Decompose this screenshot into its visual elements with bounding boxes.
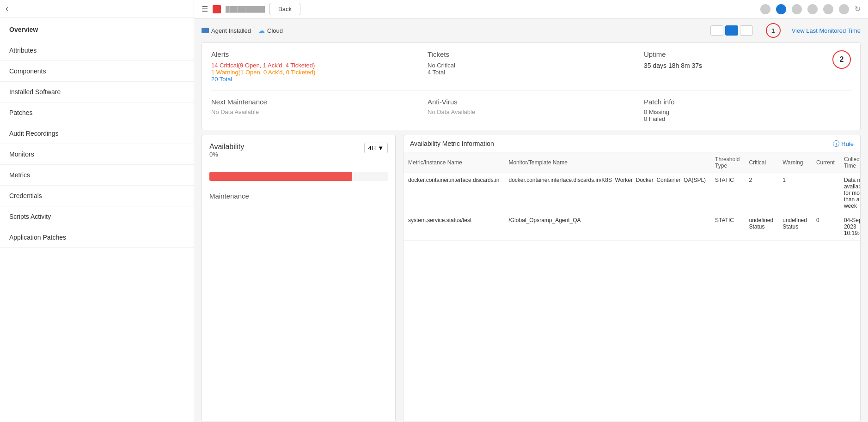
content-area: Agent Installed ☁ Cloud 1 View Last Moni… bbox=[194, 18, 868, 422]
sidebar-item-scripts-activity[interactable]: Scripts Activity bbox=[0, 206, 194, 227]
sidebar-item-credentials[interactable]: Credentials bbox=[0, 186, 194, 206]
topbar: ☰ ██████████ Back ↻ bbox=[194, 0, 868, 18]
availability-percent: 0% bbox=[209, 151, 244, 158]
col-header-warning: Warning bbox=[778, 152, 812, 173]
back-button[interactable]: Back bbox=[269, 3, 300, 15]
alerts-critical: 14 Critical(9 Open, 1 Ack'd, 4 Ticketed) bbox=[211, 62, 418, 69]
sidebar-item-metrics[interactable]: Metrics bbox=[0, 165, 194, 186]
tickets-card: Tickets No Critical 4 Total bbox=[428, 50, 635, 83]
cell-metric-name: docker.container.interface.discards.in bbox=[403, 173, 504, 213]
maintenance-title: Next Maintenance bbox=[211, 98, 418, 106]
action-btn-1[interactable] bbox=[710, 25, 723, 36]
badge-1: 1 bbox=[766, 23, 781, 38]
cloud-tab[interactable]: ☁ Cloud bbox=[258, 27, 283, 34]
col-header-critical: Critical bbox=[744, 152, 778, 173]
topbar-right: ↻ bbox=[760, 4, 861, 14]
antivirus-title: Anti-Virus bbox=[428, 98, 635, 106]
tickets-no-critical: No Critical bbox=[428, 62, 635, 69]
maintenance-card: Next Maintenance No Data Available bbox=[211, 98, 418, 122]
rule-link[interactable]: i Rule bbox=[833, 140, 854, 147]
cell-collected-time: 04-Sep-2023 10:19:45 bbox=[839, 213, 861, 241]
cloud-icon: ☁ bbox=[258, 27, 265, 34]
summary-section: Alerts 14 Critical(9 Open, 1 Ack'd, 4 Ti… bbox=[202, 42, 861, 130]
view-last-monitored-link[interactable]: View Last Monitored Time bbox=[792, 27, 861, 34]
patch-info-card: Patch info 0 Missing 0 Failed bbox=[644, 98, 851, 122]
table-row: docker.container.interface.discards.in d… bbox=[403, 173, 861, 213]
availability-title-group: Availability 0% bbox=[209, 143, 244, 158]
sidebar-item-overview[interactable]: Overview bbox=[0, 19, 194, 40]
user-icon-6 bbox=[839, 4, 849, 14]
metric-panel: Availability Metric Information i Rule M… bbox=[403, 135, 861, 422]
cell-current: 0 bbox=[812, 213, 839, 241]
time-period-select[interactable]: 4H ▼ bbox=[364, 143, 388, 153]
sidebar-back-button[interactable]: ‹ bbox=[6, 4, 8, 13]
availability-header: Availability 0% 4H ▼ bbox=[209, 143, 388, 158]
alerts-card: Alerts 14 Critical(9 Open, 1 Ack'd, 4 Ti… bbox=[211, 50, 418, 83]
alerts-total: 20 Total bbox=[211, 76, 418, 83]
uptime-card: 2 Uptime 35 days 18h 8m 37s bbox=[644, 50, 851, 83]
maintenance-section: Maintenance bbox=[209, 192, 388, 200]
status-indicator bbox=[213, 5, 221, 13]
sidebar-item-patches[interactable]: Patches bbox=[0, 102, 194, 123]
main-area: ☰ ██████████ Back ↻ Agent Installed ☁ Cl… bbox=[194, 0, 868, 422]
alerts-warning: 1 Warning(1 Open, 0 Ack'd, 0 Ticketed) bbox=[211, 69, 418, 76]
patch-failed: 0 Failed bbox=[644, 115, 851, 122]
refresh-icon[interactable]: ↻ bbox=[855, 5, 861, 13]
cell-collected-time: Data not available for more than a week bbox=[839, 173, 861, 213]
summary-row2: Next Maintenance No Data Available Anti-… bbox=[211, 90, 851, 122]
sidebar-item-installed-software[interactable]: Installed Software bbox=[0, 82, 194, 102]
col-header-metric: Metric/Instance Name bbox=[403, 152, 504, 173]
patch-info-title: Patch info bbox=[644, 98, 851, 106]
chevron-down-icon: ▼ bbox=[378, 145, 384, 151]
user-icon-3 bbox=[792, 4, 802, 14]
cell-metric-name: system.service.status/test bbox=[403, 213, 504, 241]
bottom-split: Availability 0% 4H ▼ Maintenance bbox=[202, 135, 861, 422]
tickets-title: Tickets bbox=[428, 50, 635, 58]
agent-tabs: Agent Installed ☁ Cloud 1 View Last Moni… bbox=[194, 18, 868, 42]
topbar-title: ██████████ bbox=[226, 6, 265, 12]
cell-monitor-name: /Global_Opsramp_Agent_QA bbox=[504, 213, 710, 241]
cell-warning: 1 bbox=[778, 173, 812, 213]
sidebar-back-area: ‹ bbox=[0, 0, 194, 18]
sidebar-item-monitors[interactable]: Monitors bbox=[0, 144, 194, 165]
tickets-total: 4 Total bbox=[428, 69, 635, 76]
sidebar-nav: Overview Attributes Components Installed… bbox=[0, 18, 194, 422]
table-row: system.service.status/test /Global_Opsra… bbox=[403, 213, 861, 241]
user-icon-2 bbox=[776, 4, 786, 14]
agent-installed-tab[interactable]: Agent Installed bbox=[202, 27, 251, 34]
col-header-threshold: Threshold Type bbox=[710, 152, 744, 173]
agent-icon bbox=[202, 28, 209, 33]
badge-2: 2 bbox=[832, 50, 851, 69]
topbar-left: ☰ ██████████ Back bbox=[202, 3, 300, 15]
maintenance-section-title: Maintenance bbox=[209, 192, 388, 200]
sidebar-item-components[interactable]: Components bbox=[0, 61, 194, 82]
info-icon: i bbox=[833, 140, 839, 147]
antivirus-card: Anti-Virus No Data Available bbox=[428, 98, 635, 122]
hamburger-icon[interactable]: ☰ bbox=[202, 5, 208, 13]
cell-monitor-name: docker.container.interface.discards.in/K… bbox=[504, 173, 710, 213]
availability-bar-container bbox=[209, 172, 388, 181]
metric-table: Metric/Instance Name Monitor/Template Na… bbox=[403, 152, 861, 241]
col-header-monitor: Monitor/Template Name bbox=[504, 152, 710, 173]
uptime-title: Uptime bbox=[644, 50, 851, 58]
availability-title: Availability bbox=[209, 143, 244, 151]
availability-bar bbox=[209, 172, 352, 181]
action-btn-2[interactable] bbox=[725, 25, 738, 36]
sidebar: ‹ Overview Attributes Components Install… bbox=[0, 0, 194, 422]
cell-critical: undefined Status bbox=[744, 213, 778, 241]
action-buttons bbox=[710, 25, 753, 36]
user-icon-5 bbox=[823, 4, 833, 14]
metric-header: Availability Metric Information i Rule bbox=[403, 135, 860, 152]
cell-warning: undefined Status bbox=[778, 213, 812, 241]
antivirus-value: No Data Available bbox=[428, 109, 635, 115]
sidebar-item-attributes[interactable]: Attributes bbox=[0, 40, 194, 61]
sidebar-item-audit-recordings[interactable]: Audit Recordings bbox=[0, 123, 194, 144]
cell-threshold-type: STATIC bbox=[710, 213, 744, 241]
availability-panel: Availability 0% 4H ▼ Maintenance bbox=[202, 135, 396, 422]
cell-current bbox=[812, 173, 839, 213]
col-header-collected: Collected Time bbox=[839, 152, 861, 173]
user-icon-1 bbox=[760, 4, 770, 14]
sidebar-item-application-patches[interactable]: Application Patches bbox=[0, 227, 194, 248]
cell-critical: 2 bbox=[744, 173, 778, 213]
action-btn-3[interactable] bbox=[740, 25, 753, 36]
